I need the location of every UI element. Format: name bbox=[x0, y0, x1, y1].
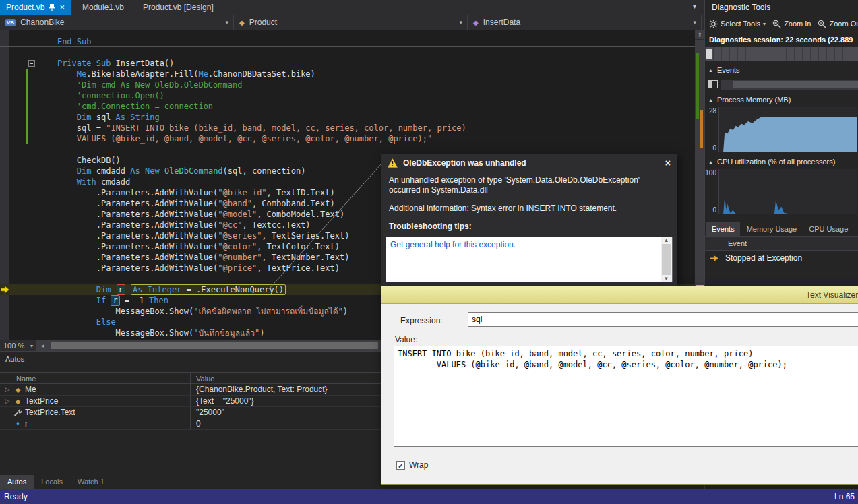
close-icon[interactable]: × bbox=[665, 158, 671, 168]
events-section-header[interactable]: ▲ Events bbox=[705, 64, 858, 76]
fold-collapse-icon[interactable] bbox=[28, 60, 35, 67]
scrollbar-mark bbox=[700, 110, 703, 148]
zoom-out-button[interactable]: Zoom Out bbox=[818, 20, 858, 28]
exception-dialog-title-bar: OleDbException was unhandled × bbox=[381, 154, 677, 172]
code-line: sql = "INSERT INTO bike (bike_id, band, … bbox=[0, 123, 695, 133]
text-visualizer-dialog: Text Visualizer Expression: Value: INSER… bbox=[381, 286, 858, 485]
code-text: With cmdadd bbox=[38, 177, 130, 187]
tab-list-dropdown-icon[interactable]: ▾ bbox=[693, 3, 696, 10]
code-text: CheckDB() bbox=[38, 156, 121, 165]
autos-name-cell: ▷TextPrice bbox=[0, 396, 191, 406]
expression-label: Expression: bbox=[400, 316, 443, 325]
expression-input[interactable] bbox=[468, 312, 858, 327]
code-text: Dim cmdadd As New OleDbCommand(sql, conn… bbox=[38, 166, 305, 176]
class-dropdown[interactable]: ◆ Product ▾ bbox=[234, 15, 468, 30]
project-dropdown[interactable]: VB ChanonBike ▾ bbox=[0, 15, 234, 30]
member-dropdown[interactable]: ◆ InsertData ▾ bbox=[468, 15, 702, 30]
troubleshooting-scrollbar[interactable]: ▲ ▼ bbox=[661, 237, 672, 282]
code-line: 'Dim cmd As New OleDb.OleDbCommand bbox=[0, 80, 695, 90]
close-icon[interactable]: × bbox=[59, 3, 65, 11]
split-editor-handle[interactable]: ⇕ bbox=[695, 30, 704, 40]
diag-tab-events[interactable]: Events bbox=[706, 222, 740, 236]
memory-chart-svg bbox=[718, 107, 857, 152]
code-text: .Parameters.AddWithValue("@price", TextP… bbox=[38, 263, 340, 273]
tool-tab-watch-1[interactable]: Watch 1 bbox=[70, 475, 112, 489]
diagnostics-timeline-ruler[interactable] bbox=[705, 47, 858, 61]
wrap-checkbox-label: Wrap bbox=[409, 460, 428, 470]
diag-tab-cpu-usage[interactable]: CPU Usage bbox=[803, 222, 853, 236]
scroll-thumb[interactable] bbox=[662, 244, 671, 275]
expander-icon[interactable]: ▷ bbox=[4, 384, 11, 395]
memory-axis-min: 0 bbox=[712, 144, 716, 152]
exception-additional-info: Additional information: Syntax error in … bbox=[389, 203, 669, 214]
select-tools-button[interactable]: Select Tools ▾ bbox=[709, 20, 766, 28]
chevron-down-icon: ▾ bbox=[225, 19, 228, 26]
variable-name: Me bbox=[25, 384, 36, 395]
value-text-area[interactable]: INSERT INTO bike (bike_id, band, model, … bbox=[394, 346, 858, 447]
code-line: VALUES (@bike_id, @band, @model, @cc, @s… bbox=[0, 133, 695, 144]
change-tracking-bar bbox=[26, 101, 28, 112]
tab-label: Product.vb [Design] bbox=[143, 3, 214, 12]
scroll-down-icon[interactable]: ▼ bbox=[664, 276, 669, 282]
wrap-checkbox[interactable]: ✓ Wrap bbox=[396, 460, 428, 470]
checkbox-checked-icon: ✓ bbox=[396, 461, 405, 470]
status-bar: Ready Ln 65 bbox=[0, 489, 858, 504]
document-tab[interactable]: Module1.vb bbox=[76, 0, 130, 15]
cpu-chart-svg bbox=[718, 169, 857, 214]
diagnostics-session-label: Diagnostics session: 22 seconds (22.889 bbox=[705, 32, 858, 46]
code-text: 'connection.Open() bbox=[38, 91, 164, 100]
autos-name-cell: r bbox=[0, 418, 191, 429]
member-name: InsertData bbox=[483, 18, 520, 27]
events-track-bar bbox=[733, 81, 858, 88]
exception-message: An unhandled exception of type 'System.D… bbox=[389, 175, 669, 195]
scroll-up-icon[interactable]: ▲ bbox=[664, 237, 669, 243]
exception-dialog-body: An unhandled exception of type 'System.D… bbox=[381, 172, 677, 238]
tool-tab-autos[interactable]: Autos bbox=[0, 475, 34, 489]
events-track[interactable] bbox=[721, 80, 858, 90]
zoom-control[interactable]: 100 % ▾ bbox=[0, 340, 36, 351]
tool-tab-locals[interactable]: Locals bbox=[34, 475, 70, 489]
pin-icon[interactable] bbox=[49, 4, 55, 11]
project-name: ChanonBike bbox=[20, 18, 64, 27]
cpu-axis-min: 0 bbox=[712, 206, 716, 214]
tab-label: Module1.vb bbox=[82, 3, 124, 12]
vb-project-icon: VB bbox=[5, 19, 16, 26]
code-text: .Parameters.AddWithValue("@band", Combob… bbox=[38, 199, 335, 208]
text-visualizer-title-bar[interactable]: Text Visualizer bbox=[381, 286, 858, 304]
general-help-link[interactable]: Get general help for this exception. bbox=[390, 240, 516, 249]
diagnostics-tab-strip: EventsMemory UsageCPU Usage bbox=[705, 220, 858, 237]
code-text: .Parameters.AddWithValue("@model", Combo… bbox=[38, 210, 344, 219]
text-visualizer-title: Text Visualizer bbox=[806, 290, 858, 300]
code-text: .Parameters.AddWithValue("@series", Text… bbox=[38, 231, 349, 241]
hscroll-thumb[interactable] bbox=[51, 342, 378, 349]
document-tab[interactable]: Product.vb× bbox=[0, 0, 71, 15]
code-line: Me.BikeTableAdapter.Fill(Me.ChanonDBData… bbox=[0, 69, 695, 80]
event-row[interactable]: Stopped at Exception bbox=[705, 251, 858, 265]
exception-dialog: OleDbException was unhandled × An unhand… bbox=[381, 154, 677, 286]
scroll-left-icon[interactable]: ◄ bbox=[40, 343, 45, 349]
diag-tab-memory-usage[interactable]: Memory Usage bbox=[741, 222, 803, 236]
memory-section-header[interactable]: ▲ Process Memory (MB) bbox=[705, 94, 858, 106]
code-text: 'cmd.Connection = connection bbox=[38, 102, 213, 111]
code-text: Private Sub InsertData() bbox=[38, 59, 174, 68]
editor-navigation-bar: VB ChanonBike ▾ ◆ Product ▾ ◆ InsertData… bbox=[0, 15, 704, 30]
method-icon: ◆ bbox=[473, 19, 479, 26]
code-text: .Parameters.AddWithValue("@cc", Textcc.T… bbox=[38, 220, 311, 230]
status-line-label: Ln 65 bbox=[834, 492, 855, 501]
document-tab[interactable]: Product.vb [Design] bbox=[137, 0, 220, 15]
cpu-section-header[interactable]: ▲ CPU utilization (% of all processors) bbox=[705, 156, 858, 168]
column-header-name[interactable]: Name bbox=[0, 373, 191, 383]
change-tracking-bar bbox=[26, 112, 28, 123]
code-text: MessageBox.Show("บันทึกข้อมูลแล้ว") bbox=[38, 328, 264, 338]
code-text: End Sub bbox=[38, 37, 91, 46]
code-line: Private Sub InsertData() bbox=[0, 58, 695, 69]
zoom-in-button[interactable]: Zoom In bbox=[772, 20, 811, 28]
expander-icon[interactable]: ▷ bbox=[4, 396, 11, 406]
events-table-header: Event bbox=[705, 237, 858, 251]
memory-axis-max: 28 bbox=[709, 107, 716, 115]
change-tracking-bar bbox=[26, 123, 28, 133]
zoom-out-icon bbox=[818, 20, 826, 28]
chevron-down-icon: ▾ bbox=[763, 21, 766, 27]
troubleshooting-tips-label: Troubleshooting tips: bbox=[389, 222, 669, 232]
chevron-down-icon: ▾ bbox=[693, 19, 696, 26]
